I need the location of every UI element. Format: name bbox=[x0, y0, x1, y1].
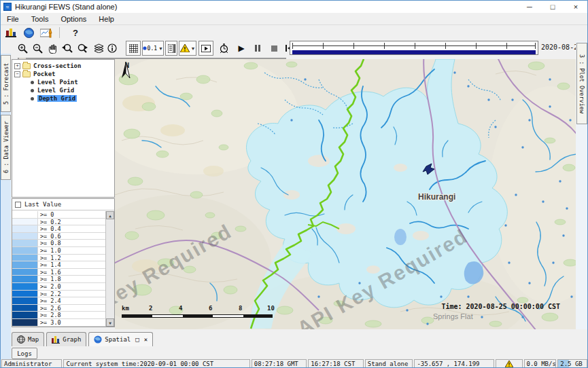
window-title: Hikurangi FEWS (Stand alone) bbox=[15, 3, 117, 11]
legend-row[interactable]: >= 3.0 bbox=[12, 319, 105, 327]
grid-display-button[interactable] bbox=[126, 41, 141, 56]
layers-icon[interactable] bbox=[92, 41, 105, 56]
status-local-time: 16:27:18 CST bbox=[308, 359, 364, 368]
legend-color-swatch bbox=[12, 269, 38, 276]
collapse-minus-icon[interactable]: − bbox=[14, 71, 20, 77]
globe-explorer-icon[interactable] bbox=[21, 26, 36, 39]
thresholds-warning-dropdown[interactable]: ▼ bbox=[179, 41, 196, 56]
expand-plus-icon[interactable]: + bbox=[14, 63, 20, 69]
town-label: Hikurangi bbox=[418, 192, 455, 202]
status-warning-cell[interactable] bbox=[496, 359, 523, 368]
place-label: Springs Flat bbox=[433, 312, 473, 320]
folder-icon bbox=[22, 71, 31, 77]
legend-row[interactable]: >= 1.0 bbox=[12, 247, 105, 255]
legend-row[interactable]: >= 1.4 bbox=[12, 261, 105, 269]
tab-plot-overview[interactable]: 3 : Plot Overview bbox=[576, 43, 587, 124]
legend-row[interactable]: >= 2.2 bbox=[12, 291, 105, 298]
legend-row[interactable]: >= 2.6 bbox=[12, 305, 105, 312]
legend-row[interactable]: >= 0.8 bbox=[12, 240, 105, 247]
node-bullet-icon bbox=[31, 97, 34, 100]
legend-threshold-label: >= 2.0 bbox=[38, 283, 105, 290]
menu-options[interactable]: Options bbox=[54, 14, 92, 24]
legend-row[interactable]: >= 2.4 bbox=[12, 297, 105, 305]
legend-color-swatch bbox=[12, 225, 38, 232]
legend-row[interactable]: >= 0.2 bbox=[12, 219, 105, 226]
map-viewport[interactable]: API Key Required API Key Required N Hiku… bbox=[115, 59, 576, 329]
zoom-in-icon[interactable] bbox=[16, 41, 29, 56]
tab-close-icon[interactable]: ✕ bbox=[144, 336, 148, 343]
legend-color-swatch bbox=[12, 233, 38, 240]
minimize-button[interactable]: ─ bbox=[518, 1, 541, 13]
maximize-button[interactable]: □ bbox=[541, 1, 564, 13]
legend-color-swatch bbox=[12, 247, 38, 254]
legend-threshold-label: >= 1.2 bbox=[38, 255, 105, 261]
legend-color-swatch bbox=[12, 297, 38, 304]
labels-toggle-button[interactable] bbox=[165, 41, 177, 56]
menu-tools[interactable]: Tools bbox=[25, 14, 55, 24]
legend-row[interactable]: >= 0.4 bbox=[12, 225, 105, 233]
chevron-down-icon: ▼ bbox=[191, 46, 196, 51]
legend-row[interactable]: >= 1.2 bbox=[12, 255, 105, 262]
tab-forecast[interactable]: 5 : Forecast bbox=[1, 55, 11, 112]
legend-panel: Last Value >= 0>= 0.2>= 0.4>= 0.6>= 0.8>… bbox=[12, 198, 115, 327]
help-button[interactable]: ? bbox=[68, 26, 83, 39]
tab-maximize-icon[interactable]: □ bbox=[135, 336, 139, 343]
legend-color-swatch bbox=[12, 255, 38, 261]
status-download-rate: 0.0 MB/s bbox=[524, 359, 557, 368]
legend-row[interactable]: >= 2.8 bbox=[12, 312, 105, 319]
legend-row[interactable]: >= 1.6 bbox=[12, 269, 105, 276]
tree-item-depth-grid[interactable]: Depth Grid bbox=[31, 94, 114, 103]
map-canvas bbox=[115, 59, 576, 329]
pan-hand-icon[interactable] bbox=[46, 41, 59, 56]
tree-item-level-point[interactable]: Level Point bbox=[31, 78, 114, 86]
threshold-dropdown[interactable]: 0.1 ▼ bbox=[142, 41, 164, 56]
scroll-up-icon[interactable]: ▲ bbox=[106, 211, 114, 219]
legend-threshold-label: >= 1.8 bbox=[38, 276, 105, 282]
legend-scrollbar[interactable]: ▲ ▼ bbox=[105, 211, 114, 327]
legend-row[interactable]: >= 2.0 bbox=[12, 283, 105, 291]
tab-map[interactable]: Map bbox=[12, 332, 44, 346]
menu-file[interactable]: File bbox=[1, 14, 25, 24]
tree-label: Level Grid bbox=[37, 87, 74, 94]
legend-row[interactable]: >= 0 bbox=[12, 211, 105, 219]
application-window: ≈ Hikurangi FEWS (Stand alone) ─ □ × Fil… bbox=[0, 0, 588, 368]
legend-color-swatch bbox=[12, 312, 38, 318]
legend-threshold-label: >= 0.8 bbox=[38, 240, 105, 246]
animation-panel-button[interactable] bbox=[198, 41, 213, 56]
legend-row[interactable]: >= 0.6 bbox=[12, 233, 105, 240]
title-bar[interactable]: ≈ Hikurangi FEWS (Stand alone) ─ □ × bbox=[1, 1, 587, 13]
database-bars-icon[interactable] bbox=[3, 26, 18, 39]
pause-button[interactable] bbox=[251, 41, 264, 56]
tab-spatial[interactable]: Spatial □ ✕ bbox=[88, 332, 153, 346]
map-toolbar: 0.1 ▼ ▼ ▶ 2020-08-25 00:00:00 CST bbox=[12, 39, 577, 58]
time-marker-icon[interactable] bbox=[217, 41, 230, 56]
logs-button[interactable]: Logs bbox=[12, 348, 37, 359]
zoom-next-icon[interactable] bbox=[75, 41, 89, 56]
wireframe-globe-icon bbox=[17, 335, 25, 344]
tab-graph[interactable]: Graph bbox=[46, 332, 86, 346]
close-button[interactable]: × bbox=[564, 1, 587, 13]
info-icon[interactable] bbox=[105, 41, 119, 56]
scroll-down-icon[interactable]: ▼ bbox=[106, 318, 114, 327]
chart-export-icon[interactable] bbox=[39, 26, 54, 39]
timeline-slider[interactable] bbox=[290, 41, 538, 55]
legend-color-swatch bbox=[12, 319, 38, 326]
legend-color-swatch bbox=[12, 240, 38, 246]
zoom-out-icon[interactable] bbox=[31, 41, 44, 56]
tab-data-viewer[interactable]: 6 : Data Viewer bbox=[1, 115, 11, 180]
play-button[interactable]: ▶ bbox=[235, 41, 248, 56]
legend-threshold-label: >= 0.4 bbox=[38, 225, 105, 232]
view-tabs: Map Graph Spatial □ ✕ bbox=[12, 332, 153, 346]
stop-button[interactable] bbox=[267, 41, 281, 56]
tab-label: Map bbox=[28, 336, 39, 343]
tree-item-pocket[interactable]: − Pocket bbox=[14, 70, 114, 78]
legend-row[interactable]: >= 1.8 bbox=[12, 276, 105, 283]
legend-threshold-label: >= 3.0 bbox=[38, 319, 105, 326]
chevron-down-icon: ▼ bbox=[158, 46, 163, 51]
zoom-previous-icon[interactable] bbox=[60, 41, 74, 56]
last-value-checkbox[interactable] bbox=[15, 202, 21, 208]
menu-help[interactable]: Help bbox=[92, 14, 120, 24]
tree-item-cross-section[interactable]: + Cross-section bbox=[14, 62, 114, 70]
tree-item-level-grid[interactable]: Level Grid bbox=[31, 86, 114, 94]
timeline-ruler bbox=[292, 43, 536, 49]
